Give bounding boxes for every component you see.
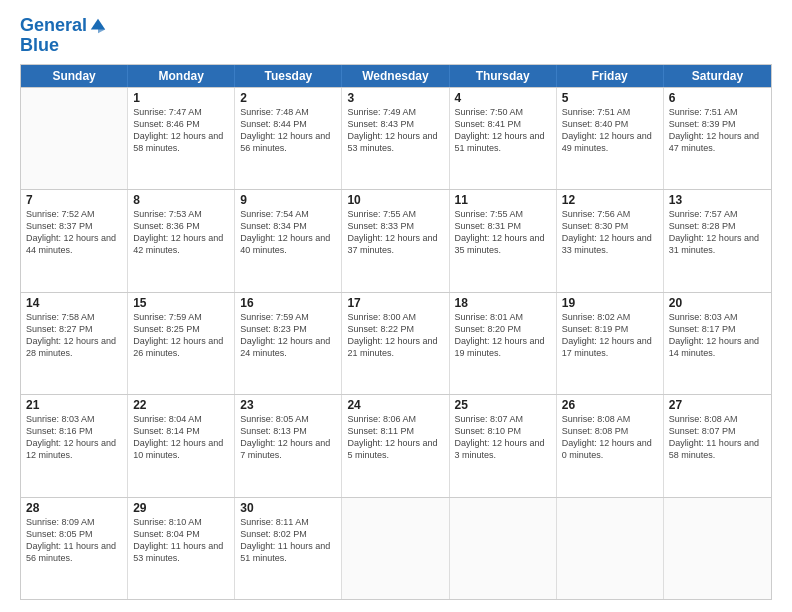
calendar-cell — [557, 498, 664, 599]
cell-day-number: 17 — [347, 296, 443, 310]
calendar-cell — [664, 498, 771, 599]
cell-day-number: 9 — [240, 193, 336, 207]
cell-info: Sunrise: 8:02 AMSunset: 8:19 PMDaylight:… — [562, 311, 658, 360]
cell-info: Sunrise: 7:51 AMSunset: 8:39 PMDaylight:… — [669, 106, 766, 155]
cell-day-number: 8 — [133, 193, 229, 207]
cell-info: Sunrise: 7:53 AMSunset: 8:36 PMDaylight:… — [133, 208, 229, 257]
cell-day-number: 6 — [669, 91, 766, 105]
cell-day-number: 13 — [669, 193, 766, 207]
calendar-cell: 8Sunrise: 7:53 AMSunset: 8:36 PMDaylight… — [128, 190, 235, 291]
cell-info: Sunrise: 7:52 AMSunset: 8:37 PMDaylight:… — [26, 208, 122, 257]
calendar-cell: 25Sunrise: 8:07 AMSunset: 8:10 PMDayligh… — [450, 395, 557, 496]
cell-day-number: 4 — [455, 91, 551, 105]
cell-info: Sunrise: 8:03 AMSunset: 8:17 PMDaylight:… — [669, 311, 766, 360]
calendar-cell: 24Sunrise: 8:06 AMSunset: 8:11 PMDayligh… — [342, 395, 449, 496]
weekday-header: Wednesday — [342, 65, 449, 87]
cell-info: Sunrise: 7:58 AMSunset: 8:27 PMDaylight:… — [26, 311, 122, 360]
calendar-cell: 22Sunrise: 8:04 AMSunset: 8:14 PMDayligh… — [128, 395, 235, 496]
weekday-header: Monday — [128, 65, 235, 87]
cell-day-number: 14 — [26, 296, 122, 310]
calendar-cell: 9Sunrise: 7:54 AMSunset: 8:34 PMDaylight… — [235, 190, 342, 291]
cell-day-number: 22 — [133, 398, 229, 412]
cell-info: Sunrise: 7:55 AMSunset: 8:31 PMDaylight:… — [455, 208, 551, 257]
calendar-row: 21Sunrise: 8:03 AMSunset: 8:16 PMDayligh… — [21, 394, 771, 496]
calendar-cell: 18Sunrise: 8:01 AMSunset: 8:20 PMDayligh… — [450, 293, 557, 394]
calendar-cell: 3Sunrise: 7:49 AMSunset: 8:43 PMDaylight… — [342, 88, 449, 189]
cell-day-number: 12 — [562, 193, 658, 207]
cell-info: Sunrise: 8:00 AMSunset: 8:22 PMDaylight:… — [347, 311, 443, 360]
calendar-cell: 13Sunrise: 7:57 AMSunset: 8:28 PMDayligh… — [664, 190, 771, 291]
weekday-header: Tuesday — [235, 65, 342, 87]
calendar-cell — [342, 498, 449, 599]
cell-info: Sunrise: 8:01 AMSunset: 8:20 PMDaylight:… — [455, 311, 551, 360]
cell-day-number: 7 — [26, 193, 122, 207]
calendar-cell: 11Sunrise: 7:55 AMSunset: 8:31 PMDayligh… — [450, 190, 557, 291]
calendar: SundayMondayTuesdayWednesdayThursdayFrid… — [20, 64, 772, 600]
cell-info: Sunrise: 7:57 AMSunset: 8:28 PMDaylight:… — [669, 208, 766, 257]
header: General Blue — [20, 16, 772, 56]
cell-info: Sunrise: 7:50 AMSunset: 8:41 PMDaylight:… — [455, 106, 551, 155]
cell-day-number: 15 — [133, 296, 229, 310]
calendar-row: 14Sunrise: 7:58 AMSunset: 8:27 PMDayligh… — [21, 292, 771, 394]
cell-info: Sunrise: 7:54 AMSunset: 8:34 PMDaylight:… — [240, 208, 336, 257]
cell-info: Sunrise: 8:10 AMSunset: 8:04 PMDaylight:… — [133, 516, 229, 565]
cell-day-number: 16 — [240, 296, 336, 310]
calendar-row: 7Sunrise: 7:52 AMSunset: 8:37 PMDaylight… — [21, 189, 771, 291]
calendar-cell: 27Sunrise: 8:08 AMSunset: 8:07 PMDayligh… — [664, 395, 771, 496]
cell-day-number: 26 — [562, 398, 658, 412]
calendar-cell: 26Sunrise: 8:08 AMSunset: 8:08 PMDayligh… — [557, 395, 664, 496]
calendar-header: SundayMondayTuesdayWednesdayThursdayFrid… — [21, 65, 771, 87]
cell-info: Sunrise: 8:06 AMSunset: 8:11 PMDaylight:… — [347, 413, 443, 462]
weekday-header: Saturday — [664, 65, 771, 87]
cell-day-number: 18 — [455, 296, 551, 310]
cell-info: Sunrise: 7:48 AMSunset: 8:44 PMDaylight:… — [240, 106, 336, 155]
cell-day-number: 3 — [347, 91, 443, 105]
calendar-cell: 6Sunrise: 7:51 AMSunset: 8:39 PMDaylight… — [664, 88, 771, 189]
cell-info: Sunrise: 8:03 AMSunset: 8:16 PMDaylight:… — [26, 413, 122, 462]
cell-info: Sunrise: 8:11 AMSunset: 8:02 PMDaylight:… — [240, 516, 336, 565]
calendar-cell: 15Sunrise: 7:59 AMSunset: 8:25 PMDayligh… — [128, 293, 235, 394]
calendar-body: 1Sunrise: 7:47 AMSunset: 8:46 PMDaylight… — [21, 87, 771, 599]
calendar-cell: 4Sunrise: 7:50 AMSunset: 8:41 PMDaylight… — [450, 88, 557, 189]
calendar-cell: 29Sunrise: 8:10 AMSunset: 8:04 PMDayligh… — [128, 498, 235, 599]
cell-day-number: 30 — [240, 501, 336, 515]
calendar-cell — [21, 88, 128, 189]
calendar-cell: 2Sunrise: 7:48 AMSunset: 8:44 PMDaylight… — [235, 88, 342, 189]
cell-day-number: 1 — [133, 91, 229, 105]
calendar-cell: 30Sunrise: 8:11 AMSunset: 8:02 PMDayligh… — [235, 498, 342, 599]
cell-day-number: 28 — [26, 501, 122, 515]
cell-info: Sunrise: 8:09 AMSunset: 8:05 PMDaylight:… — [26, 516, 122, 565]
logo: General Blue — [20, 16, 107, 56]
calendar-cell: 14Sunrise: 7:58 AMSunset: 8:27 PMDayligh… — [21, 293, 128, 394]
calendar-row: 1Sunrise: 7:47 AMSunset: 8:46 PMDaylight… — [21, 87, 771, 189]
cell-info: Sunrise: 8:08 AMSunset: 8:08 PMDaylight:… — [562, 413, 658, 462]
calendar-cell: 17Sunrise: 8:00 AMSunset: 8:22 PMDayligh… — [342, 293, 449, 394]
cell-day-number: 21 — [26, 398, 122, 412]
calendar-cell: 12Sunrise: 7:56 AMSunset: 8:30 PMDayligh… — [557, 190, 664, 291]
cell-day-number: 23 — [240, 398, 336, 412]
calendar-cell: 7Sunrise: 7:52 AMSunset: 8:37 PMDaylight… — [21, 190, 128, 291]
calendar-cell: 20Sunrise: 8:03 AMSunset: 8:17 PMDayligh… — [664, 293, 771, 394]
calendar-cell: 28Sunrise: 8:09 AMSunset: 8:05 PMDayligh… — [21, 498, 128, 599]
cell-day-number: 27 — [669, 398, 766, 412]
calendar-cell — [450, 498, 557, 599]
cell-info: Sunrise: 7:47 AMSunset: 8:46 PMDaylight:… — [133, 106, 229, 155]
calendar-row: 28Sunrise: 8:09 AMSunset: 8:05 PMDayligh… — [21, 497, 771, 599]
cell-info: Sunrise: 8:08 AMSunset: 8:07 PMDaylight:… — [669, 413, 766, 462]
weekday-header: Thursday — [450, 65, 557, 87]
calendar-cell: 16Sunrise: 7:59 AMSunset: 8:23 PMDayligh… — [235, 293, 342, 394]
cell-info: Sunrise: 7:55 AMSunset: 8:33 PMDaylight:… — [347, 208, 443, 257]
page: General Blue SundayMondayTuesdayWednesda… — [0, 0, 792, 612]
weekday-header: Sunday — [21, 65, 128, 87]
cell-info: Sunrise: 7:56 AMSunset: 8:30 PMDaylight:… — [562, 208, 658, 257]
logo-text: General — [20, 16, 87, 36]
cell-day-number: 5 — [562, 91, 658, 105]
cell-day-number: 11 — [455, 193, 551, 207]
logo-blue: Blue — [20, 36, 107, 56]
cell-day-number: 25 — [455, 398, 551, 412]
cell-day-number: 29 — [133, 501, 229, 515]
cell-info: Sunrise: 7:49 AMSunset: 8:43 PMDaylight:… — [347, 106, 443, 155]
calendar-cell: 5Sunrise: 7:51 AMSunset: 8:40 PMDaylight… — [557, 88, 664, 189]
cell-day-number: 10 — [347, 193, 443, 207]
cell-info: Sunrise: 7:59 AMSunset: 8:23 PMDaylight:… — [240, 311, 336, 360]
